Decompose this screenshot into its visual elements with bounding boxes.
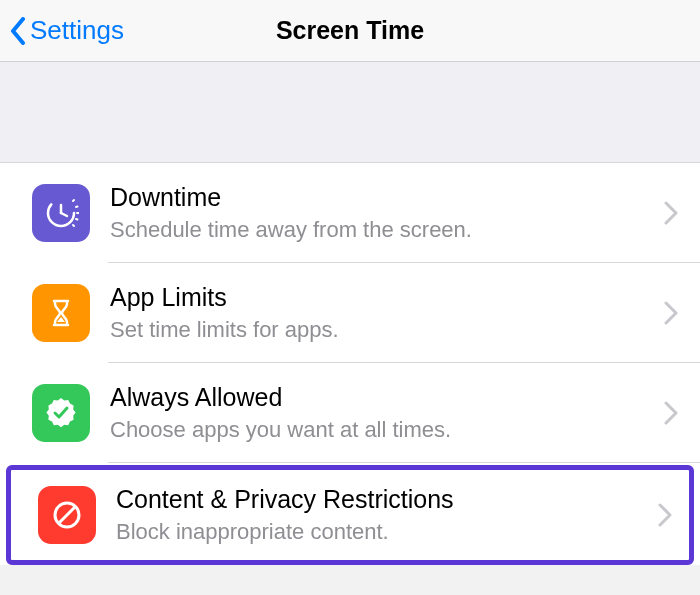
no-entry-icon (38, 486, 96, 544)
row-content-privacy-restrictions[interactable]: Content & Privacy Restrictions Block ina… (6, 465, 694, 565)
row-subtitle: Block inappropriate content. (116, 518, 646, 547)
row-downtime[interactable]: Downtime Schedule time away from the scr… (0, 163, 700, 263)
back-label: Settings (30, 15, 124, 46)
checkmark-seal-icon (32, 384, 90, 442)
row-text: Always Allowed Choose apps you want at a… (110, 382, 652, 445)
row-subtitle: Set time limits for apps. (110, 316, 652, 345)
row-text: Downtime Schedule time away from the scr… (110, 182, 652, 245)
row-text: App Limits Set time limits for apps. (110, 282, 652, 345)
row-title: App Limits (110, 282, 652, 313)
svg-line-7 (61, 213, 67, 216)
row-text: Content & Privacy Restrictions Block ina… (116, 484, 646, 547)
row-subtitle: Schedule time away from the screen. (110, 216, 652, 245)
svg-line-2 (76, 207, 78, 208)
chevron-right-icon (664, 301, 678, 325)
row-subtitle: Choose apps you want at all times. (110, 416, 652, 445)
back-button[interactable]: Settings (10, 15, 124, 46)
section-spacer (0, 62, 700, 162)
row-title: Content & Privacy Restrictions (116, 484, 646, 515)
svg-line-5 (73, 225, 74, 226)
chevron-right-icon (664, 201, 678, 225)
chevron-right-icon (664, 401, 678, 425)
page-title: Screen Time (276, 16, 424, 45)
svg-line-1 (73, 200, 74, 201)
svg-line-9 (59, 507, 75, 523)
hourglass-icon (32, 284, 90, 342)
chevron-left-icon (10, 17, 26, 45)
downtime-icon (32, 184, 90, 242)
settings-list: Downtime Schedule time away from the scr… (0, 162, 700, 565)
navigation-bar: Settings Screen Time (0, 0, 700, 62)
row-app-limits[interactable]: App Limits Set time limits for apps. (0, 263, 700, 363)
row-always-allowed[interactable]: Always Allowed Choose apps you want at a… (0, 363, 700, 463)
row-title: Always Allowed (110, 382, 652, 413)
chevron-right-icon (658, 503, 672, 527)
svg-line-4 (76, 219, 78, 220)
row-title: Downtime (110, 182, 652, 213)
